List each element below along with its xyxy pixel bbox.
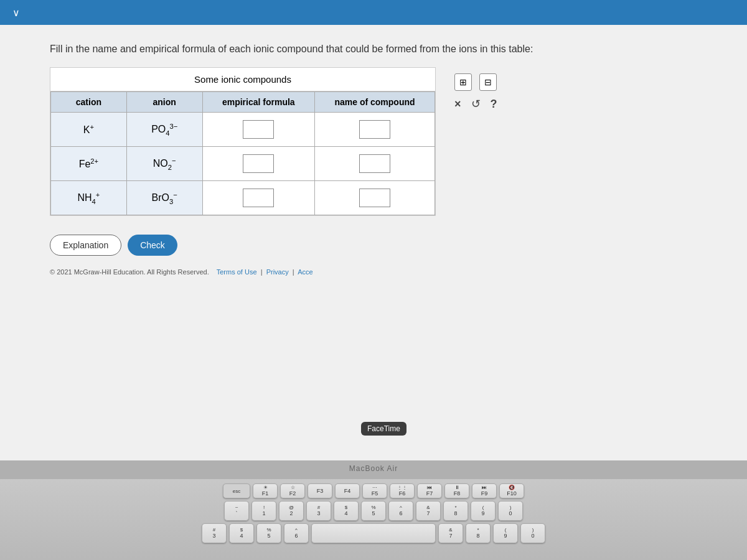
- table-row: NH4+ BrO3−: [51, 181, 435, 215]
- page-instruction: Fill in the name and empirical formula o…: [50, 44, 697, 55]
- f4-key[interactable]: F4: [335, 483, 360, 498]
- cation-k: K+: [51, 113, 127, 147]
- f2-key[interactable]: ☆ F2: [280, 483, 305, 498]
- symbol-key-row: # 3 $ 4 % 5 ^ 6 & 7 * 8 ( 9 ) 0: [202, 523, 545, 543]
- compounds-data-table: cation anion empirical formula name of c…: [50, 91, 435, 215]
- 0-key[interactable]: ) 0: [498, 501, 523, 521]
- spacebar[interactable]: [311, 523, 436, 543]
- anion-bro3: BrO3−: [126, 181, 202, 215]
- laptop-screen: ∨ Fill in the name and empirical formula…: [0, 0, 747, 460]
- formula-input-2[interactable]: [202, 147, 314, 181]
- cation-fe: Fe2+: [51, 147, 127, 181]
- cation-nh4: NH4+: [51, 181, 127, 215]
- 7-key[interactable]: & 7: [416, 501, 441, 521]
- 3-key[interactable]: # 3: [306, 501, 331, 521]
- tilde-key[interactable]: ~ `: [224, 501, 249, 521]
- esc-key[interactable]: esc: [223, 483, 250, 498]
- ionic-compounds-table: Some ionic compounds cation anion empiri…: [50, 67, 436, 216]
- table-title: Some ionic compounds: [50, 68, 435, 91]
- facetime-tooltip: FaceTime: [361, 422, 406, 436]
- terms-link[interactable]: Terms of Use: [217, 268, 257, 276]
- content-area: Fill in the name and empirical formula o…: [0, 25, 747, 460]
- 8-key[interactable]: * 8: [443, 501, 468, 521]
- f8-key[interactable]: ⏸ F8: [444, 483, 469, 498]
- percent-key[interactable]: % 5: [256, 523, 281, 543]
- name-input-3[interactable]: [314, 181, 435, 215]
- col-header-formula: empirical formula: [202, 92, 314, 113]
- toolbar-actions: × ↺ ?: [454, 97, 497, 111]
- hash-key[interactable]: # 3: [202, 523, 227, 543]
- fn-key-row: esc ☀ F1 ☆ F2 F3 F4 ⋯ F5 ⋮⋮ F6 ⏮ F7 ⏸ F8: [223, 483, 524, 498]
- privacy-link[interactable]: Privacy: [266, 268, 289, 276]
- f6-key[interactable]: ⋮⋮ F6: [390, 483, 415, 498]
- formula-input-1[interactable]: [202, 113, 314, 147]
- table-row: K+ PO43−: [51, 113, 435, 147]
- copyright-text: © 2021 McGraw-Hill Education. All Rights…: [50, 268, 209, 276]
- 4-key[interactable]: $ 4: [334, 501, 359, 521]
- undo-button[interactable]: ↺: [471, 97, 481, 111]
- number-key-row: ~ ` ! 1 @ 2 # 3 $ 4 % 5 ^ 6 & 7: [224, 501, 523, 521]
- header-bar: ∨: [0, 0, 747, 25]
- rparen-key[interactable]: ) 0: [520, 523, 545, 543]
- 2-key[interactable]: @ 2: [279, 501, 304, 521]
- 5-key[interactable]: % 5: [361, 501, 386, 521]
- close-button[interactable]: ×: [454, 98, 461, 111]
- explanation-button[interactable]: Explanation: [50, 235, 121, 256]
- keyboard-area: esc ☀ F1 ☆ F2 F3 F4 ⋯ F5 ⋮⋮ F6 ⏮ F7 ⏸ F8: [0, 479, 747, 560]
- ampersand-key[interactable]: & 7: [438, 523, 463, 543]
- asterisk-key[interactable]: * 8: [466, 523, 491, 543]
- formula-input-3[interactable]: [202, 181, 314, 215]
- anion-po4: PO43−: [126, 113, 202, 147]
- lparen-key[interactable]: ( 9: [493, 523, 518, 543]
- name-input-2[interactable]: [314, 147, 435, 181]
- 1-key[interactable]: ! 1: [251, 501, 276, 521]
- toolbar-icon-1[interactable]: ⊞: [454, 73, 472, 91]
- 6-key[interactable]: ^ 6: [388, 501, 413, 521]
- f9-key[interactable]: ⏭ F9: [472, 483, 497, 498]
- anion-no2: NO2−: [126, 147, 202, 181]
- col-header-name: name of compound: [314, 92, 435, 113]
- help-button[interactable]: ?: [491, 98, 497, 111]
- f3-key[interactable]: F3: [308, 483, 332, 498]
- toolbar-icons-row: ⊞ ⊟: [454, 73, 497, 91]
- f5-key[interactable]: ⋯ F5: [362, 483, 387, 498]
- check-button[interactable]: Check: [128, 235, 177, 256]
- dollar-key[interactable]: $ 4: [229, 523, 254, 543]
- f10-key[interactable]: 🔇 F10: [499, 483, 524, 498]
- table-row: Fe2+ NO2−: [51, 147, 435, 181]
- acce-link[interactable]: Acce: [298, 268, 312, 276]
- f7-key[interactable]: ⏮ F7: [417, 483, 442, 498]
- toolbar-icon-2[interactable]: ⊟: [479, 73, 497, 91]
- f1-key[interactable]: ☀ F1: [253, 483, 278, 498]
- col-header-cation: cation: [51, 92, 127, 113]
- footer: © 2021 McGraw-Hill Education. All Rights…: [50, 268, 697, 276]
- caret-key[interactable]: ^ 6: [284, 523, 309, 543]
- macbook-label: MacBook Air: [349, 464, 398, 473]
- right-toolbar: ⊞ ⊟ × ↺ ?: [454, 73, 497, 111]
- chevron-down-icon[interactable]: ∨: [12, 7, 20, 19]
- name-input-1[interactable]: [314, 113, 435, 147]
- col-header-anion: anion: [126, 92, 202, 113]
- action-buttons: Explanation Check: [50, 235, 697, 256]
- 9-key[interactable]: ( 9: [471, 501, 496, 521]
